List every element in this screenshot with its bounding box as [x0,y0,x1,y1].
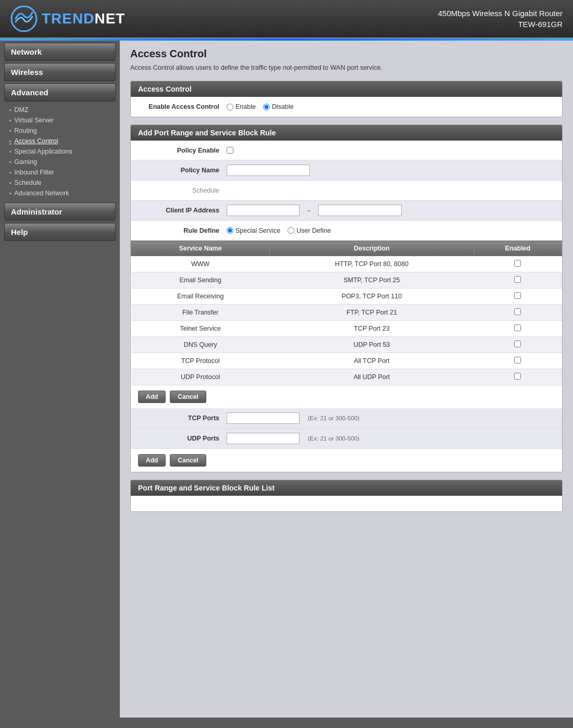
logo-text: TRENDnet [42,10,125,27]
sidebar-item-advanced[interactable]: Advanced [4,83,116,102]
access-control-section-header: Access Control [131,81,562,97]
tcp-ports-control: (Ex: 21 or 300-500) [227,412,555,424]
service-enabled-cell[interactable] [474,337,562,353]
sidebar-item-routing[interactable]: • Routing [9,125,116,136]
udp-ports-hint: (Ex: 21 or 300-500) [308,435,359,442]
sidebar-item-wireless[interactable]: Wireless [4,63,116,81]
enable-radio-label[interactable]: Enable [227,103,256,110]
enable-radio[interactable] [227,104,233,110]
header-product-info: 450Mbps Wireless N Gigabit Router TEW-69… [438,8,563,30]
sidebar-advanced-section: Advanced • DMZ • Virtual Server • Routin… [4,83,116,200]
service-enabled-checkbox[interactable] [514,260,521,267]
client-ip-start-input[interactable] [227,205,300,216]
sidebar-item-schedule[interactable]: • Schedule [9,178,116,188]
user-define-cancel-button[interactable]: Cancel [170,454,206,467]
policy-name-label: Policy Name [138,167,227,174]
service-name-cell: UDP Protocol [131,369,270,385]
sidebar-item-virtual-server[interactable]: • Virtual Server [9,115,116,125]
user-define-btn-row: Add Cancel [131,449,562,472]
service-enabled-cell[interactable] [474,321,562,337]
client-ip-end-input[interactable] [318,205,402,216]
rule-define-label: Rule Define [138,227,227,234]
service-enabled-cell[interactable] [474,288,562,305]
service-enabled-cell[interactable] [474,256,562,272]
service-enabled-cell[interactable] [474,305,562,321]
client-ip-control: ~ [227,205,555,216]
policy-enable-row: Policy Enable [131,141,562,160]
rule-define-control: Special Service User Define [227,227,555,234]
service-name-cell: Email Sending [131,272,270,288]
sidebar: Network Wireless Advanced • DMZ • Virtua… [0,41,120,718]
policy-enable-control [227,147,555,154]
disable-radio-label[interactable]: Disable [263,103,294,110]
sidebar-item-inbound-filter[interactable]: • Inbound Filter [9,167,116,178]
add-rule-section-header: Add Port Range and Service Block Rule [131,125,562,141]
special-service-btn-row: Add Cancel [131,385,562,408]
policy-name-row: Policy Name [131,160,562,181]
service-enabled-checkbox[interactable] [514,308,521,315]
service-enabled-cell[interactable] [474,272,562,288]
rule-list-section: Port Range and Service Block Rule List [130,480,563,512]
service-name-cell: Telnet Service [131,321,270,337]
sidebar-item-advanced-network[interactable]: • Advanced Network [9,188,116,198]
policy-name-input[interactable] [227,165,310,176]
service-description-cell: POP3, TCP Port 110 [270,288,474,305]
service-table-container: Service Name Description Enabled WWWHTTP… [131,241,562,385]
table-row: WWWHTTP, TCP Port 80, 8080 [131,256,562,272]
special-service-radio[interactable] [227,227,233,234]
service-enabled-cell[interactable] [474,353,562,369]
tcp-ports-row: TCP Ports (Ex: 21 or 300-500) [131,408,562,429]
sidebar-item-network[interactable]: Network [4,43,116,61]
service-enabled-checkbox[interactable] [514,276,521,283]
policy-enable-checkbox[interactable] [227,147,233,154]
disable-radio[interactable] [263,104,270,110]
user-define-radio-label[interactable]: User Define [288,227,331,234]
service-name-header: Service Name [131,241,270,256]
service-enabled-checkbox[interactable] [514,292,521,299]
client-ip-row: Client IP Address ~ [131,200,562,221]
access-control-section: Access Control Enable Access Control Ena… [130,81,563,117]
udp-ports-input[interactable] [227,433,300,444]
logo-area: TRENDnet [10,5,125,32]
service-name-cell: TCP Protocol [131,353,270,369]
main-layout: Network Wireless Advanced • DMZ • Virtua… [0,41,573,718]
table-row: TCP ProtocolAll TCP Port [131,353,562,369]
service-enabled-checkbox[interactable] [514,357,521,363]
table-row: DNS QueryUDP Port 53 [131,337,562,353]
trendnet-logo-icon [10,5,38,32]
service-enabled-checkbox[interactable] [514,341,521,347]
user-define-radio[interactable] [288,227,294,234]
sidebar-item-help[interactable]: Help [4,223,116,241]
sidebar-item-special-applications[interactable]: • Special Applications [9,146,116,157]
main-content: Access Control Access Control allows use… [120,41,573,718]
special-service-add-button[interactable]: Add [138,391,166,403]
udp-ports-label: UDP Ports [138,435,227,442]
schedule-label: Schedule [138,187,227,194]
table-row: Email ReceivingPOP3, TCP Port 110 [131,288,562,305]
service-description-cell: FTP, TCP Port 21 [270,305,474,321]
header: TRENDnet 450Mbps Wireless N Gigabit Rout… [0,0,573,39]
sidebar-item-dmz[interactable]: • DMZ [9,105,116,115]
sidebar-item-access-control[interactable]: • Access Control [9,136,116,146]
sidebar-item-gaming[interactable]: • Gaming [9,157,116,167]
service-enabled-cell[interactable] [474,369,562,385]
service-enabled-checkbox[interactable] [514,373,521,380]
rule-define-row: Rule Define Special Service User Define [131,221,562,241]
sidebar-advanced-menu: • DMZ • Virtual Server • Routing • Acces… [4,103,116,200]
special-service-radio-label[interactable]: Special Service [227,227,280,234]
page-title: Access Control [130,48,563,60]
sidebar-item-administrator[interactable]: Administrator [4,203,116,221]
service-enabled-checkbox[interactable] [514,324,521,331]
tcp-ports-input[interactable] [227,412,300,424]
service-name-cell: DNS Query [131,337,270,353]
enable-access-control-control: Enable Disable [227,103,555,110]
enabled-header: Enabled [474,241,562,256]
rule-list-section-header: Port Range and Service Block Rule List [131,480,562,496]
service-description-cell: All UDP Port [270,369,474,385]
special-service-cancel-button[interactable]: Cancel [170,391,206,403]
service-name-cell: Email Receiving [131,288,270,305]
service-description-cell: All TCP Port [270,353,474,369]
add-rule-section-body: Policy Enable Policy Name [131,141,562,472]
policy-enable-label: Policy Enable [138,147,227,154]
user-define-add-button[interactable]: Add [138,454,166,467]
